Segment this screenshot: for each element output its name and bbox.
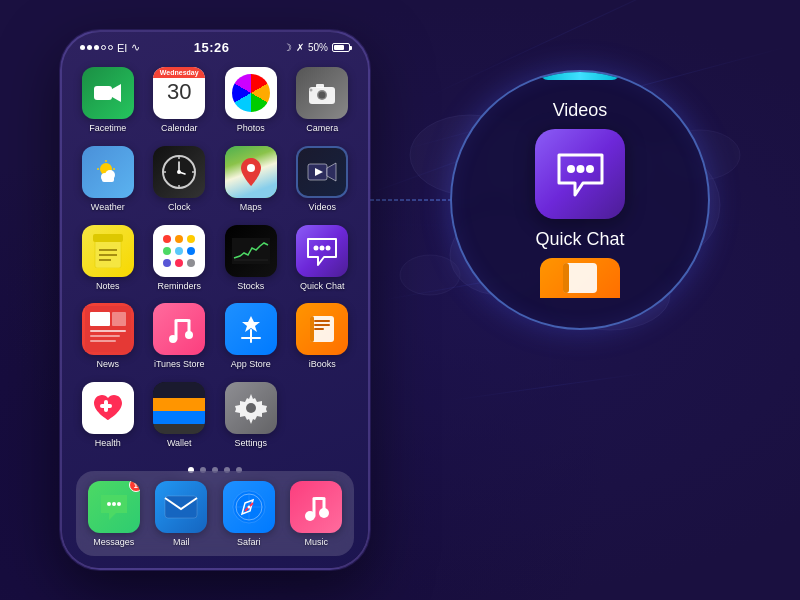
- svg-point-32: [164, 171, 166, 173]
- app-itunesstore[interactable]: iTunes Store: [148, 303, 212, 370]
- svg-point-71: [112, 502, 116, 506]
- app-wallet[interactable]: Wallet: [148, 382, 212, 449]
- reminder-dot-3: [187, 235, 195, 243]
- svg-rect-73: [165, 496, 197, 518]
- app-maps[interactable]: Maps: [219, 146, 283, 213]
- calendar-month: Wednesday: [153, 67, 205, 78]
- reminders-icon: [153, 225, 205, 277]
- svg-point-34: [247, 164, 255, 172]
- svg-rect-51: [90, 335, 120, 337]
- appstore-label: App Store: [231, 359, 271, 370]
- svg-point-72: [117, 502, 121, 506]
- camera-icon: [296, 67, 348, 119]
- calendar-icon: Wednesday 30: [153, 67, 205, 119]
- wallet-stripes: [153, 382, 205, 434]
- svg-point-69: [246, 403, 256, 413]
- svg-point-17: [310, 89, 313, 92]
- svg-rect-65: [310, 316, 314, 342]
- signal-dot-3: [94, 45, 99, 50]
- svg-rect-16: [316, 84, 324, 88]
- itunesstore-label: iTunes Store: [154, 359, 205, 370]
- app-notes[interactable]: Notes: [76, 225, 140, 292]
- svg-rect-63: [314, 324, 330, 326]
- calendar-day: 30: [153, 78, 205, 107]
- app-stocks[interactable]: Stocks: [219, 225, 283, 292]
- health-label: Health: [95, 438, 121, 449]
- reminder-dot-9: [187, 259, 195, 267]
- app-clock[interactable]: Clock: [148, 146, 212, 213]
- messages-badge: 1: [129, 481, 140, 492]
- health-icon: [82, 382, 134, 434]
- app-settings[interactable]: Settings: [219, 382, 283, 449]
- svg-rect-64: [314, 328, 324, 330]
- svg-rect-25: [102, 176, 114, 182]
- signal-dot-5: [108, 45, 113, 50]
- svg-rect-53: [112, 312, 126, 326]
- stocks-icon: [225, 225, 277, 277]
- svg-point-33: [192, 171, 194, 173]
- app-facetime[interactable]: Facetime: [76, 67, 140, 134]
- dock-mail[interactable]: Mail: [152, 481, 212, 548]
- svg-rect-50: [90, 330, 126, 332]
- app-calendar[interactable]: Wednesday 30 Calendar: [148, 67, 212, 134]
- app-health[interactable]: Health: [76, 382, 140, 449]
- app-quickchat[interactable]: Quick Chat: [291, 225, 355, 292]
- moon-icon: ☽: [283, 42, 292, 53]
- messages-label: Messages: [93, 537, 134, 548]
- wallet-icon: [153, 382, 205, 434]
- dock-messages[interactable]: 1 Messages: [84, 481, 144, 548]
- ibooks-label: iBooks: [309, 359, 336, 370]
- dock-safari[interactable]: Safari: [219, 481, 279, 548]
- battery-icon: [332, 43, 350, 52]
- svg-point-47: [326, 245, 331, 250]
- signal-dots: [80, 45, 113, 50]
- svg-point-30: [178, 157, 180, 159]
- status-bar: EI ∿ 15:26 ☽ ✗ 50%: [62, 32, 368, 59]
- app-weather[interactable]: Weather: [76, 146, 140, 213]
- svg-point-29: [177, 170, 181, 174]
- app-camera[interactable]: Camera: [291, 67, 355, 134]
- music-icon: [290, 481, 342, 533]
- wifi-icon: ∿: [131, 41, 140, 54]
- signal-dot-1: [80, 45, 85, 50]
- app-videos[interactable]: Videos: [291, 146, 355, 213]
- zoom-ibooks-partial: [540, 258, 620, 298]
- app-reminders[interactable]: Reminders: [148, 225, 212, 292]
- empty-slot: [291, 382, 355, 449]
- signal-dot-2: [87, 45, 92, 50]
- weather-icon: [82, 146, 134, 198]
- phone-screen: EI ∿ 15:26 ☽ ✗ 50% F: [62, 32, 368, 568]
- reminder-dot-4: [163, 247, 171, 255]
- svg-marker-36: [327, 163, 336, 181]
- svg-point-86: [567, 165, 575, 173]
- safari-icon: [223, 481, 275, 533]
- app-grid: Facetime Wednesday 30 Calendar Photos: [62, 59, 368, 457]
- dock-music[interactable]: Music: [287, 481, 347, 548]
- app-ibooks[interactable]: iBooks: [291, 303, 355, 370]
- svg-point-31: [178, 185, 180, 187]
- status-right: ☽ ✗ 50%: [283, 42, 350, 53]
- svg-rect-11: [94, 86, 112, 100]
- zoom-quickchat-label: Quick Chat: [535, 229, 624, 250]
- svg-point-70: [107, 502, 111, 506]
- weather-label: Weather: [91, 202, 125, 213]
- battery-percent: 50%: [308, 42, 328, 53]
- zoom-quickchat-app-icon[interactable]: [535, 129, 625, 219]
- dock: 1 Messages Mail: [76, 471, 354, 556]
- facetime-icon: [82, 67, 134, 119]
- clock-label: Clock: [168, 202, 191, 213]
- music-label: Music: [304, 537, 328, 548]
- videos-label: Videos: [309, 202, 336, 213]
- reminder-dot-1: [163, 235, 171, 243]
- zoom-videos-label: Videos: [553, 100, 608, 121]
- settings-icon: [225, 382, 277, 434]
- svg-point-87: [576, 165, 584, 173]
- app-appstore[interactable]: App Store: [219, 303, 283, 370]
- photos-label: Photos: [237, 123, 265, 134]
- app-photos[interactable]: Photos: [219, 67, 283, 134]
- svg-rect-39: [93, 234, 123, 242]
- app-news[interactable]: News: [76, 303, 140, 370]
- news-label: News: [96, 359, 119, 370]
- reminder-dot-7: [163, 259, 171, 267]
- svg-rect-67: [100, 404, 112, 408]
